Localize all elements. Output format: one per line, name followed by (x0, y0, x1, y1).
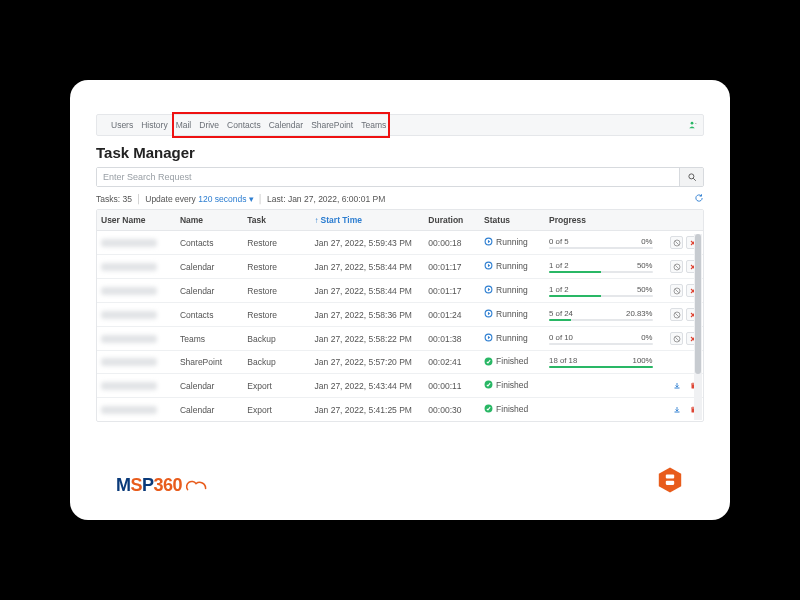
nav-drive[interactable]: Drive (199, 120, 219, 130)
col-user[interactable]: User Name (97, 210, 176, 231)
download-button[interactable] (670, 403, 683, 416)
cell-status: Finished (480, 398, 545, 422)
table-row: CalendarExportJan 27, 2022, 5:43:44 PM00… (97, 374, 703, 398)
cell-duration: 00:00:11 (424, 374, 480, 398)
col-task[interactable]: Task (243, 210, 310, 231)
table-row: CalendarExportJan 27, 2022, 5:41:25 PM00… (97, 398, 703, 422)
cell-task: Restore (243, 231, 310, 255)
cell-progress: 0 of 100% (545, 327, 656, 351)
cell-status: Running (480, 279, 545, 303)
update-label: Update every (145, 194, 196, 204)
cell-start: Jan 27, 2022, 5:58:22 PM (311, 327, 425, 351)
stop-button[interactable] (670, 332, 683, 345)
download-button[interactable] (670, 379, 683, 392)
cell-start: Jan 27, 2022, 5:58:44 PM (311, 279, 425, 303)
refresh-icon[interactable] (694, 193, 704, 205)
user-name-blurred (101, 335, 157, 343)
cell-start: Jan 27, 2022, 5:58:44 PM (311, 255, 425, 279)
cell-progress: 0 of 50% (545, 231, 656, 255)
cell-progress: 5 of 2420.83% (545, 303, 656, 327)
table-row: ContactsRestoreJan 27, 2022, 5:59:43 PM0… (97, 231, 703, 255)
stop-button[interactable] (670, 284, 683, 297)
cell-name: Calendar (176, 398, 243, 422)
svg-marker-16 (488, 288, 490, 291)
brand-logo-msp360: MSP360 (116, 475, 208, 496)
svg-line-18 (675, 289, 679, 293)
svg-marker-22 (488, 312, 490, 315)
stop-button[interactable] (670, 308, 683, 321)
cell-status: Running (480, 255, 545, 279)
col-start[interactable]: ↑Start Time (311, 210, 425, 231)
svg-line-2 (693, 178, 696, 181)
search-bar (96, 167, 704, 187)
nav-teams[interactable]: Teams (361, 120, 386, 130)
cell-status: Running (480, 231, 545, 255)
svg-point-0 (691, 122, 694, 125)
cell-progress: 18 of 18100% (545, 351, 656, 374)
cell-duration: 00:01:17 (424, 279, 480, 303)
svg-rect-35 (674, 387, 679, 388)
stop-button[interactable] (670, 236, 683, 249)
cell-duration: 00:01:17 (424, 255, 480, 279)
svg-point-1 (688, 174, 693, 179)
cell-task: Export (243, 374, 310, 398)
user-name-blurred (101, 358, 157, 366)
cell-progress: 1 of 250% (545, 279, 656, 303)
col-status[interactable]: Status (480, 210, 545, 231)
nav-calendar[interactable]: Calendar (269, 120, 304, 130)
svg-line-6 (675, 241, 679, 245)
col-duration[interactable]: Duration (424, 210, 480, 231)
cell-progress (545, 398, 656, 422)
search-button[interactable] (679, 168, 703, 186)
cell-start: Jan 27, 2022, 5:59:43 PM (311, 231, 425, 255)
cell-task: Restore (243, 255, 310, 279)
search-input[interactable] (97, 168, 679, 186)
task-table: User Name Name Task ↑Start Time Duration… (96, 209, 704, 422)
cell-progress (545, 374, 656, 398)
user-name-blurred (101, 311, 157, 319)
cell-task: Backup (243, 327, 310, 351)
table-row: CalendarRestoreJan 27, 2022, 5:58:44 PM0… (97, 255, 703, 279)
update-interval[interactable]: 120 seconds ▾ (198, 194, 254, 204)
cell-status: Finished (480, 351, 545, 374)
nav-sharepoint[interactable]: SharePoint (311, 120, 353, 130)
cell-name: Calendar (176, 279, 243, 303)
cell-task: Export (243, 398, 310, 422)
scrollbar-thumb[interactable] (695, 234, 701, 374)
table-row: SharePointBackupJan 27, 2022, 5:57:20 PM… (97, 351, 703, 374)
cell-start: Jan 27, 2022, 5:57:20 PM (311, 351, 425, 374)
stop-button[interactable] (670, 260, 683, 273)
table-row: ContactsRestoreJan 27, 2022, 5:58:36 PM0… (97, 303, 703, 327)
tasks-label: Tasks: (96, 194, 120, 204)
user-menu[interactable] (687, 120, 697, 130)
cell-name: Calendar (176, 255, 243, 279)
cell-name: Contacts (176, 303, 243, 327)
sort-asc-icon: ↑ (315, 216, 319, 225)
svg-line-24 (675, 313, 679, 317)
tasks-count: 35 (122, 194, 131, 204)
cell-duration: 00:00:18 (424, 231, 480, 255)
nav-users[interactable]: Users (111, 120, 133, 130)
last-label: Last: (267, 194, 285, 204)
cell-name: Calendar (176, 374, 243, 398)
cell-status: Running (480, 303, 545, 327)
scrollbar[interactable] (694, 234, 702, 420)
nav-contacts[interactable]: Contacts (227, 120, 261, 130)
cell-duration: 00:01:38 (424, 327, 480, 351)
meta-row: Tasks: 35 │ Update every 120 seconds ▾ │… (96, 193, 704, 205)
svg-marker-28 (488, 336, 490, 339)
cell-start: Jan 27, 2022, 5:41:25 PM (311, 398, 425, 422)
col-name[interactable]: Name (176, 210, 243, 231)
nav-history[interactable]: History (141, 120, 167, 130)
svg-line-12 (675, 265, 679, 269)
user-name-blurred (101, 287, 157, 295)
cell-progress: 1 of 250% (545, 255, 656, 279)
nav-mail[interactable]: Mail (176, 120, 192, 130)
col-progress[interactable]: Progress (545, 210, 656, 231)
brand-logo-badge (656, 466, 684, 498)
svg-rect-44 (666, 474, 674, 478)
user-name-blurred (101, 239, 157, 247)
cell-duration: 00:02:41 (424, 351, 480, 374)
table-row: TeamsBackupJan 27, 2022, 5:58:22 PM00:01… (97, 327, 703, 351)
user-name-blurred (101, 382, 157, 390)
